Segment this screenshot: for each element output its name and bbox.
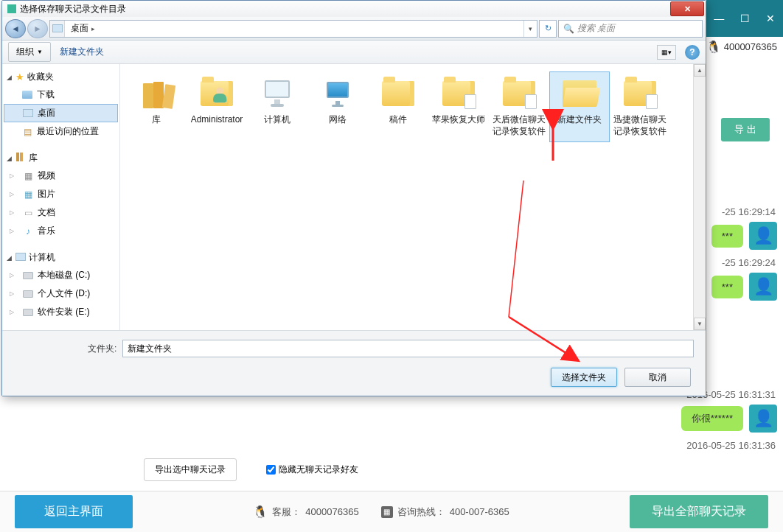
tree-item-disk-d[interactable]: ▷个人文件 (D:) (4, 284, 118, 303)
tree-item-downloads[interactable]: 下载 (4, 85, 118, 104)
tree-libraries-header[interactable]: ◢ 库 (4, 150, 118, 167)
bg-maximize-button[interactable]: ☐ (732, 0, 758, 37)
navigation-tree[interactable]: ◢★ 收藏夹 下载 桌面 ▤最近访问的位置 ◢ 库 ▷▦视频 ▷▦图片 ▷▭文档… (2, 64, 120, 330)
hide-empty-checkbox-input[interactable] (266, 465, 276, 475)
cancel-button[interactable]: 取消 (624, 368, 691, 387)
tree-favorites-header[interactable]: ◢★ 收藏夹 (4, 69, 118, 85)
scroll-down-button[interactable]: ▼ (694, 318, 706, 330)
view-options-button[interactable]: ▦▾ (657, 45, 676, 60)
tree-computer-header[interactable]: ◢ 计算机 (4, 249, 118, 266)
help-button[interactable]: ? (685, 45, 700, 60)
select-folder-button[interactable]: 选择文件夹 (551, 368, 617, 387)
tree-item-disk-c[interactable]: ▷本地磁盘 (C:) (4, 266, 118, 284)
grid-item-administrator[interactable]: Administrator (187, 71, 247, 142)
back-to-main-button[interactable]: 返回主界面 (15, 495, 133, 528)
grid-item-folder[interactable]: 稿件 (368, 71, 428, 142)
folder-name-input[interactable] (122, 340, 694, 357)
chevron-right-icon[interactable]: ▸ (91, 25, 95, 32)
folder-picker-dialog: 选择保存聊天记录文件目录 ✕ ◄ ► 桌面 ▸ ▾ ↻ 🔍 搜索 桌面 组织 ▼… (1, 0, 706, 396)
address-folder-icon (50, 21, 65, 37)
bg-close-button[interactable]: ✕ (757, 0, 783, 37)
folder-name-label: 文件夹: (88, 343, 116, 355)
chat-message: *** (711, 225, 743, 248)
hide-empty-label: 隐藏无聊天记录好友 (279, 463, 358, 476)
tree-item-pictures[interactable]: ▷▦图片 (4, 185, 118, 203)
grid-item-network[interactable]: 网络 (307, 71, 368, 142)
organize-button[interactable]: 组织 ▼ (8, 42, 51, 62)
export-all-button[interactable]: 导出全部聊天记录 (630, 495, 768, 528)
grid-item-folder[interactable]: 苹果恢复大师 (428, 71, 489, 142)
refresh-button[interactable]: ↻ (539, 20, 557, 38)
grid-item-folder[interactable]: 迅捷微信聊天记录恢复软件 (610, 71, 670, 142)
chat-avatar: 👤 (749, 222, 777, 250)
grid-item-libraries[interactable]: 库 (126, 71, 187, 142)
hide-empty-checkbox[interactable]: 隐藏无聊天记录好友 (266, 463, 358, 476)
breadcrumb-item[interactable]: 桌面 (71, 22, 88, 35)
grid-item-computer[interactable]: 计算机 (247, 71, 307, 142)
nav-back-button[interactable]: ◄ (5, 19, 26, 38)
search-input[interactable]: 🔍 搜索 桌面 (558, 20, 703, 38)
star-icon: ★ (15, 71, 24, 83)
chat-timestamp: -25 16:29:24 (722, 257, 777, 268)
nav-forward-button[interactable]: ► (27, 19, 48, 38)
grid-scrollbar[interactable]: ▲ ▼ (693, 64, 706, 330)
grid-item-new-folder[interactable]: 新建文件夹 (549, 71, 610, 142)
tree-item-videos[interactable]: ▷▦视频 (4, 167, 118, 185)
dialog-icon (7, 4, 16, 13)
chat-message: *** (711, 276, 743, 298)
tree-item-documents[interactable]: ▷▭文档 (4, 203, 118, 222)
grid-item-folder[interactable]: 天盾微信聊天记录恢复软件 (489, 71, 549, 142)
hotline-info: ▦ 咨询热线：400-007-6365 (381, 505, 509, 519)
dialog-close-button[interactable]: ✕ (670, 1, 704, 16)
scroll-up-button[interactable]: ▲ (694, 64, 706, 77)
qq-penguin-icon: 🐧 (253, 505, 268, 519)
qq-penguin-icon: 🐧 (706, 40, 721, 54)
tree-item-desktop[interactable]: 桌面 (4, 104, 118, 122)
chat-timestamp: 2016-05-25 16:31:36 (686, 440, 777, 451)
phone-icon: ▦ (381, 506, 393, 518)
header-phone-number: 4000076365 (724, 41, 777, 52)
tree-item-recent[interactable]: ▤最近访问的位置 (4, 122, 118, 141)
address-bar[interactable]: 桌面 ▸ ▾ (49, 20, 537, 38)
tree-item-disk-e[interactable]: ▷软件安装 (E:) (4, 303, 118, 321)
chat-timestamp: -25 16:29:14 (722, 206, 777, 217)
header-phone: 🐧 4000076365 (706, 40, 777, 54)
bg-minimize-button[interactable]: — (706, 0, 732, 37)
chat-avatar: 👤 (749, 405, 777, 433)
dialog-title: 选择保存聊天记录文件目录 (20, 3, 126, 15)
folder-grid[interactable]: 库 Administrator 计算机 网络 稿件 苹果恢复大师 (120, 64, 706, 330)
chat-avatar: 👤 (749, 273, 777, 301)
new-folder-button[interactable]: 新建文件夹 (60, 46, 104, 58)
export-button[interactable]: 导 出 (721, 118, 770, 141)
search-placeholder: 搜索 桌面 (577, 22, 615, 35)
kefu-info: 🐧 客服：4000076365 (253, 505, 358, 519)
search-icon: 🔍 (563, 24, 574, 34)
export-selected-button[interactable]: 导出选中聊天记录 (144, 458, 237, 481)
address-dropdown-icon[interactable]: ▾ (523, 21, 537, 37)
chat-message: 你很****** (681, 406, 743, 431)
tree-item-music[interactable]: ▷♪音乐 (4, 222, 118, 240)
